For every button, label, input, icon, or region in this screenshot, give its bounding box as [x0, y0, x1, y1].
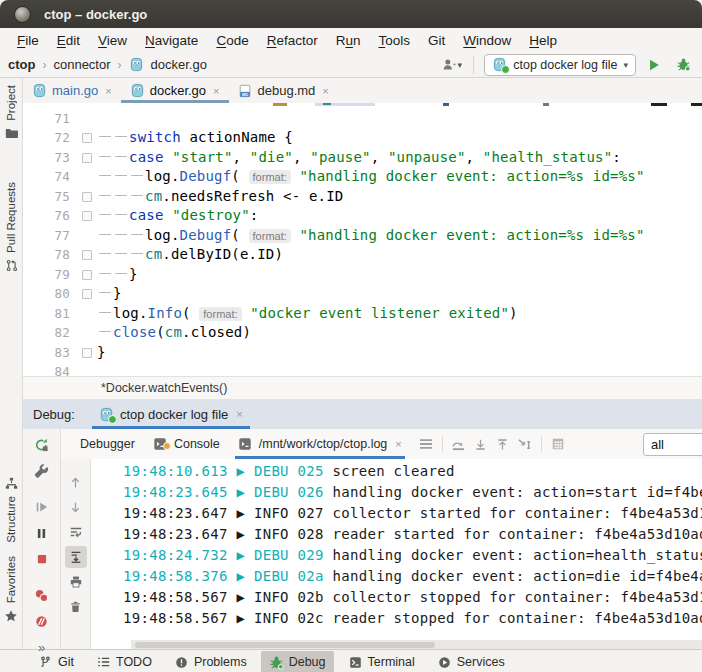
menu-tools[interactable]: Tools	[369, 31, 419, 50]
debug-view-tabbar: DebuggerConsole/mnt/work/ctop/ctop.log× …	[61, 429, 702, 459]
mute-breakpoints-button[interactable]	[31, 610, 53, 632]
console-side-toolbar	[61, 459, 91, 649]
run-button[interactable]	[643, 54, 665, 76]
line-number: 73	[23, 148, 79, 168]
log-message: reader stopped for container: f4be4a53d1…	[324, 610, 702, 626]
editor-tab-main-go[interactable]: main.go×	[23, 78, 121, 103]
tab-whitespace-mark	[99, 195, 111, 196]
menu-view[interactable]: View	[89, 31, 136, 50]
close-icon[interactable]: ×	[105, 85, 111, 97]
main-toolbar: ctop›connector›docker.go ▾ ctop docker l…	[0, 52, 702, 78]
fold-marker-icon[interactable]	[82, 211, 92, 221]
statusbar-item-problems[interactable]: Problems	[166, 651, 255, 672]
git-branch-icon	[38, 655, 53, 670]
print-button[interactable]	[65, 571, 87, 593]
layout-grid-button[interactable]	[547, 433, 569, 455]
close-icon[interactable]: ×	[236, 408, 242, 420]
close-icon[interactable]: ×	[322, 85, 328, 97]
view-tab-console[interactable]: Console	[144, 429, 229, 459]
clear-trash-button[interactable]	[65, 596, 87, 618]
move-up-button[interactable]	[492, 433, 514, 455]
code-editor[interactable]: 7172switch actionName {73case "start", "…	[23, 103, 702, 376]
log-filter-combo[interactable]: all	[643, 433, 702, 456]
tool-strip-favorites[interactable]: Favorites	[0, 556, 22, 623]
statusbar-item-debug[interactable]: Debug	[261, 651, 334, 672]
menu-burger-icon	[418, 437, 433, 452]
view-breakpoints-button[interactable]	[31, 584, 53, 606]
modified-dot	[163, 442, 171, 450]
user-profile-button[interactable]: ▾	[441, 54, 463, 76]
view-tab-debugger[interactable]: Debugger	[71, 429, 144, 459]
tab-whitespace-mark	[131, 175, 143, 176]
run-config-combo[interactable]: ctop docker log file ▾	[484, 54, 636, 76]
menu-refactor[interactable]: Refactor	[258, 31, 327, 50]
menu-run[interactable]: Run	[327, 31, 370, 50]
menu-navigate[interactable]: Navigate	[136, 31, 207, 50]
menu-git[interactable]: Git	[419, 31, 454, 50]
code-line: 82close(cm.closed)	[23, 323, 702, 343]
code-line: 84	[23, 362, 702, 376]
debug-session-tab[interactable]: ctop docker log file ×	[92, 399, 250, 429]
code-line: 73case "start", "die", "pause", "unpause…	[23, 148, 702, 168]
statusbar-item-terminal[interactable]: Terminal	[340, 651, 423, 672]
log-output[interactable]: 19:48:10.613 ▶ DEBU 025 screen cleared19…	[91, 459, 702, 649]
menu-edit[interactable]: Edit	[48, 31, 89, 50]
resume-button[interactable]	[31, 496, 53, 518]
statusbar-item-git[interactable]: Git	[30, 651, 82, 672]
settings-wrench-button[interactable]	[31, 460, 53, 482]
breadcrumb-separator: ›	[42, 58, 46, 72]
fold-marker-icon[interactable]	[82, 348, 92, 358]
move-down-button[interactable]	[470, 433, 492, 455]
breadcrumb-item[interactable]: connector	[53, 57, 110, 72]
statusbar-item-services[interactable]: Services	[429, 651, 513, 672]
tool-strip-project[interactable]: Project	[0, 85, 22, 141]
arrow-up-button[interactable]	[65, 471, 87, 493]
horizontal-scrollbar[interactable]	[131, 640, 702, 649]
menu-burger-button[interactable]	[415, 433, 437, 455]
scroll-to-end-button[interactable]	[65, 546, 87, 568]
stop-button[interactable]	[31, 548, 53, 570]
services-icon	[437, 655, 452, 670]
close-icon[interactable]: ×	[395, 438, 401, 450]
run-icon	[647, 57, 662, 72]
breadcrumb-item[interactable]: docker.go	[151, 57, 207, 72]
arrow-down-button[interactable]	[65, 496, 87, 518]
editor-tab-debug-md[interactable]: MDdebug.md×	[229, 78, 338, 103]
window-button-icon[interactable]	[14, 6, 31, 23]
line-number: 75	[23, 187, 79, 207]
method-context-bar[interactable]: *Docker.watchEvents()	[23, 376, 702, 399]
editor-tab-docker-go[interactable]: docker.go×	[121, 78, 229, 103]
attach-caret-button[interactable]	[514, 433, 536, 455]
tool-strip-structure[interactable]: Structure	[0, 476, 22, 543]
pause-button[interactable]	[31, 522, 53, 544]
debug-button[interactable]	[672, 54, 694, 76]
debug-active-dot	[501, 65, 510, 74]
fold-marker-icon[interactable]	[82, 153, 92, 163]
go-file-icon	[129, 57, 144, 72]
statusbar-item-todo[interactable]: TODO	[88, 651, 160, 672]
debug-bug-icon	[269, 655, 284, 670]
jump-over-button[interactable]	[448, 433, 470, 455]
log-meta: 19:48:23.647 ▶ INFO 028	[123, 526, 324, 542]
menu-help[interactable]: Help	[520, 31, 566, 50]
view-tab--mnt-work-ctop-ctop-log[interactable]: /mnt/work/ctop/ctop.log×	[229, 429, 411, 459]
fold-marker-icon[interactable]	[82, 289, 92, 299]
code-text: }	[95, 284, 702, 304]
rerun-button[interactable]	[31, 434, 53, 456]
tool-strip-pull-requests[interactable]: Pull Requests	[0, 182, 22, 273]
menu-file[interactable]: File	[8, 31, 48, 50]
code-line: 71	[23, 109, 702, 129]
arrow-up-icon	[68, 475, 83, 490]
log-meta: 19:48:24.732 ▶ DEBU 029	[123, 547, 324, 563]
fold-marker-icon[interactable]	[82, 250, 92, 260]
menu-code[interactable]: Code	[207, 31, 257, 50]
fold-marker-icon[interactable]	[82, 192, 92, 202]
scrollbar-thumb[interactable]	[135, 642, 435, 648]
menu-window[interactable]: Window	[454, 31, 520, 50]
fold-marker-icon[interactable]	[82, 270, 92, 280]
fold-marker-icon[interactable]	[82, 133, 92, 143]
breadcrumb-item[interactable]: ctop	[8, 57, 35, 72]
soft-wrap-button[interactable]	[65, 521, 87, 543]
close-icon[interactable]: ×	[213, 85, 219, 97]
tab-whitespace-mark	[99, 292, 111, 293]
